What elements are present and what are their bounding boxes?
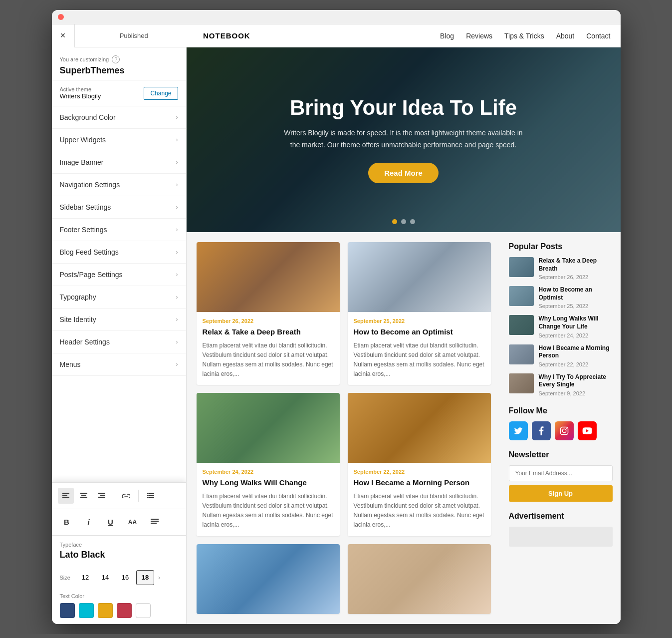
sidebar-item-posts-page-settings[interactable]: Posts/Page Settings › (52, 264, 186, 286)
popular-post-title[interactable]: Why I Try To Appreciate Every Single (539, 373, 613, 389)
paragraph-button[interactable] (146, 513, 164, 531)
chevron-icon: › (176, 271, 178, 278)
follow-title: Follow Me (509, 406, 613, 415)
chevron-icon: › (176, 181, 178, 188)
nav-tips[interactable]: Tips & Tricks (504, 32, 544, 40)
svg-rect-12 (149, 495, 154, 496)
align-right-button[interactable] (94, 488, 110, 504)
color-section: Text Color (52, 589, 186, 624)
size-16[interactable]: 16 (116, 570, 134, 585)
svg-point-20 (566, 428, 567, 429)
hero-dot-3[interactable] (410, 219, 415, 224)
customizer-bar: × Published NOTEBOOK Blog Reviews Tips &… (52, 24, 621, 47)
sidebar-item-site-identity[interactable]: Site Identity › (52, 309, 186, 331)
youtube-icon[interactable] (578, 421, 597, 440)
instagram-icon[interactable] (555, 421, 574, 440)
blog-card-title[interactable]: How to Become an Optimist (354, 327, 485, 337)
hero-dot-1[interactable] (392, 219, 397, 224)
blog-card-title[interactable]: Why Long Walks Will Change (203, 478, 334, 488)
newsletter-signup-button[interactable]: Sign Up (509, 485, 613, 502)
color-swatch-red[interactable] (117, 603, 132, 618)
nav-reviews[interactable]: Reviews (466, 32, 492, 40)
color-swatch-white[interactable] (136, 603, 151, 618)
popular-post-info: Relax & Take a Deep Breath September 26,… (539, 257, 613, 280)
svg-rect-1 (62, 495, 67, 496)
browser-close-button[interactable] (58, 14, 64, 20)
svg-rect-5 (80, 497, 87, 498)
follow-section: Follow Me (509, 406, 613, 440)
sidebar-item-blog-feed-settings[interactable]: Blog Feed Settings › (52, 241, 186, 264)
svg-rect-6 (98, 493, 105, 494)
active-theme-section: Active theme Writers Blogily Change (52, 80, 186, 106)
size-18[interactable]: 18 (136, 570, 154, 585)
sidebar-item-navigation-settings[interactable]: Navigation Settings › (52, 174, 186, 196)
popular-post-title[interactable]: Why Long Walks Will Change Your Life (539, 315, 613, 330)
text-size-button[interactable]: AA (124, 513, 142, 531)
underline-button[interactable]: U (102, 513, 120, 531)
typeface-name: Lato Black (60, 550, 178, 560)
blog-card-excerpt: Etiam placerat velit vitae dui blandit s… (354, 341, 485, 379)
hero-dot-2[interactable] (401, 219, 406, 224)
blog-card-body: September 25, 2022 How to Become an Opti… (348, 312, 491, 385)
text-color-label: Text Color (60, 593, 178, 599)
color-swatch-cyan[interactable] (79, 603, 94, 618)
sidebar-item-menus[interactable]: Menus › (52, 353, 186, 376)
popular-post-date: September 25, 2022 (539, 303, 613, 309)
help-icon[interactable]: ? (112, 55, 120, 63)
nav-contact[interactable]: Contact (586, 32, 610, 40)
blog-card-image (197, 242, 340, 312)
size-14[interactable]: 14 (96, 570, 114, 585)
italic-button[interactable]: i (80, 513, 98, 531)
align-center-button[interactable] (76, 488, 92, 504)
ad-placeholder (509, 527, 613, 547)
popular-post: Why Long Walks Will Change Your Life Sep… (509, 315, 613, 338)
list-button[interactable] (143, 488, 159, 504)
blog-card-title[interactable]: Relax & Take a Deep Breath (203, 327, 334, 337)
chevron-icon: › (176, 226, 178, 233)
blog-card: September 22, 2022 How I Became a Mornin… (348, 393, 491, 536)
twitter-icon[interactable] (509, 421, 528, 440)
sidebar-item-header-settings[interactable]: Header Settings › (52, 331, 186, 353)
align-left-button[interactable] (58, 488, 74, 504)
blog-card-image (348, 393, 491, 463)
blog-card: September 26, 2022 Relax & Take a Deep B… (197, 242, 340, 385)
blog-card-title[interactable]: How I Became a Morning Person (354, 478, 485, 488)
blog-grid: September 26, 2022 Relax & Take a Deep B… (197, 242, 491, 614)
facebook-icon[interactable] (532, 421, 551, 440)
popular-post-title[interactable]: How I Became a Morning Person (539, 344, 613, 360)
sidebar-item-sidebar-settings[interactable]: Sidebar Settings › (52, 196, 186, 219)
hero-section: Bring Your Idea To Life Writers Blogily … (187, 47, 621, 232)
chevron-icon: › (176, 249, 178, 256)
newsletter-email-input[interactable] (509, 465, 613, 481)
customizer-close-button[interactable]: × (52, 24, 75, 47)
svg-point-19 (562, 429, 566, 433)
hero-content: Bring Your Idea To Life Writers Blogily … (259, 96, 548, 184)
popular-post-title[interactable]: Relax & Take a Deep Breath (539, 257, 613, 273)
svg-rect-4 (81, 495, 86, 496)
color-swatch-yellow[interactable] (98, 603, 113, 618)
bold-button[interactable]: B (58, 513, 76, 531)
sidebar-item-typography[interactable]: Typography › (52, 286, 186, 309)
popular-post-info: Why Long Walks Will Change Your Life Sep… (539, 315, 613, 338)
size-more-chevron[interactable]: › (158, 574, 160, 581)
popular-post-image (509, 257, 534, 277)
sidebar-item-footer-settings[interactable]: Footer Settings › (52, 219, 186, 241)
blog-card-image (348, 544, 491, 614)
popular-post-title[interactable]: How to Become an Optimist (539, 286, 613, 302)
svg-rect-7 (100, 495, 105, 496)
link-button[interactable] (118, 488, 134, 504)
chevron-icon: › (176, 361, 178, 368)
size-section: Size 12 14 16 18 › (52, 566, 186, 589)
nav-blog[interactable]: Blog (440, 32, 454, 40)
sidebar-item-upper-widgets[interactable]: Upper Widgets › (52, 129, 186, 151)
nav-about[interactable]: About (556, 32, 575, 40)
sidebar-item-image-banner[interactable]: Image Banner › (52, 151, 186, 174)
hero-read-more-button[interactable]: Read More (368, 163, 439, 183)
size-12[interactable]: 12 (76, 570, 94, 585)
blog-card-date: September 24, 2022 (203, 469, 334, 475)
change-theme-button[interactable]: Change (144, 87, 178, 100)
popular-post: Relax & Take a Deep Breath September 26,… (509, 257, 613, 280)
color-swatch-navy[interactable] (60, 603, 75, 618)
site-nav: Blog Reviews Tips & Tricks About Contact (440, 32, 620, 40)
sidebar-item-background-color[interactable]: Background Color › (52, 106, 186, 129)
